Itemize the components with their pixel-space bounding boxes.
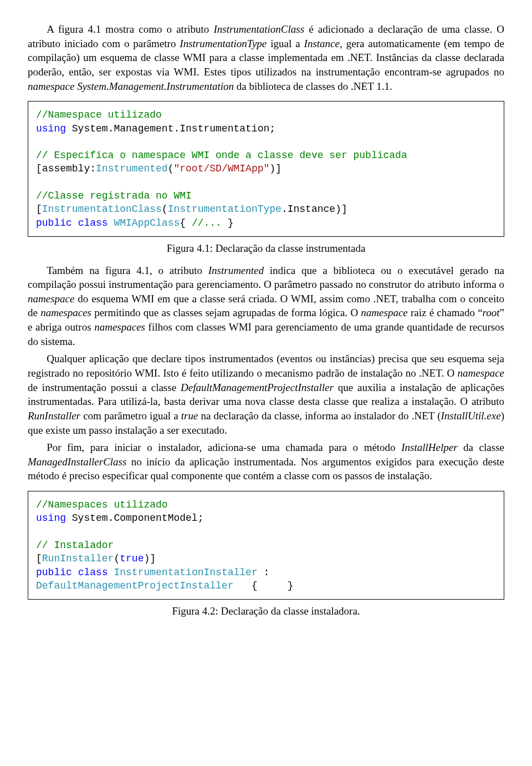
- code-type: InstrumentationType: [168, 204, 282, 215]
- text: Por fim, para iniciar o instalador, adic…: [47, 442, 401, 453]
- text: de instrumentação possui a classe: [28, 382, 181, 393]
- code-text: [: [36, 553, 42, 564]
- italic-text: Instrumented: [208, 265, 264, 276]
- italic-text: InstallUtil.exe: [441, 410, 501, 422]
- italic-text: Instance: [304, 38, 340, 49]
- italic-text: InstrumentationClass: [213, 23, 304, 35]
- italic-text: DefaultManagementProjectInstaller: [181, 382, 334, 393]
- code-keyword: public: [36, 217, 72, 229]
- code-text: (: [114, 553, 120, 564]
- italic-text: InstrumentationType: [180, 38, 267, 49]
- text: Qualquer aplicação que declare tipos ins…: [28, 353, 504, 379]
- italic-text: namespaces: [94, 321, 145, 333]
- italic-text: ManagedInstallerClass: [28, 456, 126, 468]
- code-text: System.ComponentModel;: [66, 513, 203, 524]
- text: raiz é chamado “: [408, 307, 483, 318]
- code-text: )]: [269, 163, 282, 174]
- code-text: [72, 217, 78, 229]
- italic-text: true: [181, 410, 198, 422]
- figure-caption-2: Figura 4.2: Declaração da classe instala…: [28, 604, 504, 618]
- code-text: )]: [144, 553, 156, 564]
- code-comment: // Instalador: [36, 540, 114, 551]
- code-text: { }: [233, 580, 293, 591]
- code-text: }: [228, 217, 234, 229]
- italic-text: RunInstaller: [28, 410, 80, 422]
- code-type: Instrumented: [96, 163, 168, 174]
- code-text: {: [180, 217, 192, 229]
- code-text: [108, 567, 114, 578]
- text: igual a: [267, 38, 304, 49]
- code-text: [108, 217, 114, 229]
- code-type: RunInstaller: [42, 553, 114, 564]
- code-keyword: using: [36, 123, 66, 134]
- text: permitindo que as classes sejam agrupada…: [91, 307, 361, 318]
- code-text: :: [258, 567, 270, 578]
- code-keyword: class: [78, 217, 108, 229]
- italic-text: namespace: [458, 367, 504, 379]
- code-text: .Instance)]: [282, 204, 347, 215]
- italic-text: namespace: [361, 307, 407, 318]
- code-text: [assembly:: [36, 163, 96, 174]
- text: A figura 4.1 mostra como o atributo: [47, 23, 213, 35]
- italic-text: root: [483, 307, 500, 318]
- italic-text: InstallHelper: [401, 442, 457, 453]
- code-type: DefaultManagementProjectInstaller: [36, 580, 233, 591]
- code-comment: // Especifica o namespace WMI onde a cla…: [36, 150, 407, 161]
- code-text: [: [36, 204, 42, 215]
- text: da classe: [458, 442, 504, 453]
- code-type: WMIAppClass: [114, 217, 180, 229]
- text: Também na figura 4.1, o atributo: [47, 265, 208, 276]
- code-listing-2: //Namespaces utilizado using System.Comp…: [28, 491, 504, 600]
- code-keyword: class: [78, 567, 108, 578]
- code-text: (: [168, 163, 174, 174]
- text: com parâmetro igual a: [80, 410, 181, 422]
- italic-text: namespace System.Management.Instrumentat…: [28, 80, 234, 92]
- code-text: [72, 567, 78, 578]
- code-comment: //Namespace utilizado: [36, 109, 162, 120]
- paragraph-3: Qualquer aplicação que declare tipos ins…: [28, 352, 504, 437]
- code-comment: //...: [192, 217, 228, 229]
- code-type: InstrumentationInstaller: [114, 567, 257, 578]
- italic-text: namespace: [28, 293, 74, 305]
- text: na declaração da classe, informa ao inst…: [198, 410, 441, 422]
- code-text: System.Management.Instrumentation;: [66, 123, 275, 134]
- paragraph-2: Também na figura 4.1, o atributo Instrum…: [28, 263, 504, 349]
- code-keyword: true: [120, 553, 144, 564]
- paragraph-4: Por fim, para iniciar o instalador, adic…: [28, 440, 504, 483]
- code-keyword: using: [36, 513, 66, 524]
- code-comment: //Classe registrada no WMI: [36, 190, 192, 201]
- code-keyword: public: [36, 567, 72, 578]
- text: da biblioteca de classes do .NET 1.1.: [234, 80, 392, 92]
- code-type: InstrumentationClass: [42, 204, 162, 215]
- paragraph-1: A figura 4.1 mostra como o atributo Inst…: [28, 22, 504, 93]
- code-comment: //Namespaces utilizado: [36, 499, 168, 510]
- code-text: (: [162, 204, 168, 215]
- code-listing-1: //Namespace utilizado using System.Manag…: [28, 101, 504, 237]
- code-string: "root/SD/WMIApp": [173, 163, 269, 174]
- figure-caption-1: Figura 4.1: Declaração da classe instrum…: [28, 241, 504, 256]
- italic-text: namespaces: [40, 307, 91, 318]
